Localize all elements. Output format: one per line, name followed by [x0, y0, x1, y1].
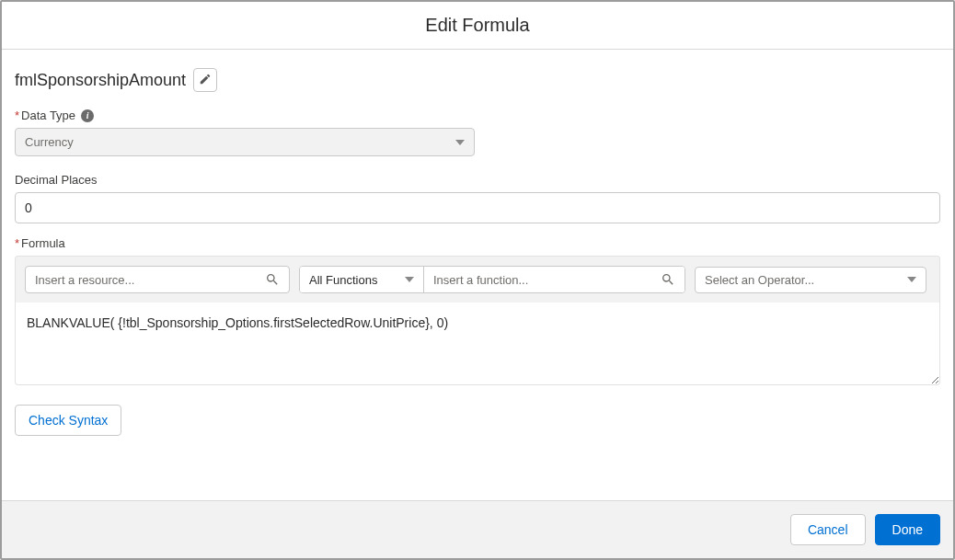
decimal-places-label: Decimal Places [15, 173, 940, 187]
function-category-select[interactable]: All Functions [300, 267, 424, 292]
modal-body: fmlSponsorshipAmount *Data Type i Curren… [2, 50, 953, 500]
data-type-label: *Data Type i [15, 109, 940, 122]
modal-title: Edit Formula [2, 2, 953, 50]
insert-function-placeholder: Insert a function... [433, 273, 528, 287]
formula-body-textarea[interactable] [15, 303, 940, 385]
operator-placeholder: Select an Operator... [705, 273, 814, 287]
done-button[interactable]: Done [875, 514, 940, 545]
function-category-label: All Functions [309, 273, 377, 287]
chevron-down-icon [907, 277, 916, 282]
required-asterisk: * [15, 236, 19, 250]
required-asterisk: * [15, 109, 19, 122]
chevron-down-icon [455, 140, 465, 145]
cancel-button[interactable]: Cancel [790, 514, 866, 545]
decimal-places-input[interactable] [15, 192, 940, 223]
function-combo-group: All Functions Insert a function... [299, 266, 685, 293]
search-icon [661, 272, 675, 287]
modal-footer: Cancel Done [2, 500, 953, 558]
data-type-value: Currency [25, 135, 74, 149]
pencil-icon [199, 73, 212, 88]
check-syntax-button[interactable]: Check Syntax [15, 405, 121, 436]
edit-api-name-button[interactable] [193, 68, 217, 92]
api-name-text: fmlSponsorshipAmount [15, 71, 186, 90]
data-type-select[interactable]: Currency [15, 128, 475, 156]
chevron-down-icon [405, 277, 414, 282]
operator-select[interactable]: Select an Operator... [695, 267, 926, 293]
insert-function-combobox[interactable]: Insert a function... [424, 267, 685, 292]
edit-formula-modal: Edit Formula fmlSponsorshipAmount *Data … [0, 0, 955, 560]
insert-resource-placeholder: Insert a resource... [35, 273, 134, 287]
formula-label: *Formula [15, 236, 940, 250]
api-name-row: fmlSponsorshipAmount [15, 68, 940, 92]
insert-resource-combobox[interactable]: Insert a resource... [25, 266, 290, 293]
formula-toolbar: Insert a resource... All Functions Inser… [15, 256, 940, 303]
info-icon[interactable]: i [81, 109, 94, 122]
search-icon [265, 272, 280, 287]
